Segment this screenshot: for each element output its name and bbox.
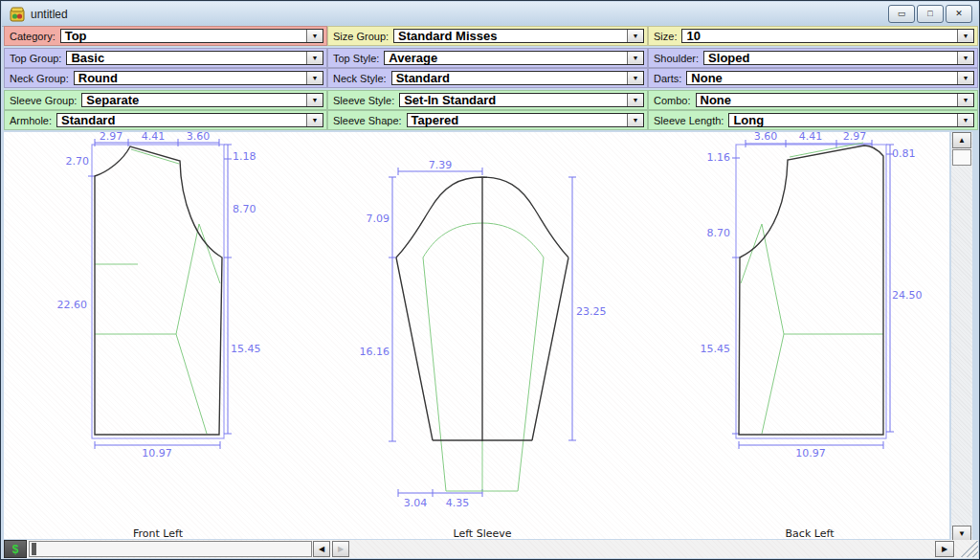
price-button[interactable]: $ bbox=[4, 540, 27, 558]
dropdown-arrow-icon[interactable]: ▼ bbox=[627, 30, 643, 42]
category-value: Top bbox=[61, 29, 306, 43]
combo-dropdown[interactable]: None ▼ bbox=[696, 93, 974, 107]
dropdown-arrow-icon[interactable]: ▼ bbox=[306, 94, 323, 106]
piece-name-front-left: Front Left bbox=[133, 527, 184, 539]
dim-label: 23.25 bbox=[576, 305, 607, 318]
dropdown-arrow-icon[interactable]: ▼ bbox=[306, 52, 323, 64]
dropdown-arrow-icon[interactable]: ▼ bbox=[957, 30, 973, 42]
dim-label: 2.97 bbox=[100, 132, 123, 143]
sleeve-group-dropdown[interactable]: Separate ▼ bbox=[81, 93, 323, 107]
neck-group-value: Round bbox=[75, 71, 306, 85]
control-row-category: Category: Top ▼ Size Group: Standard Mis… bbox=[4, 26, 978, 46]
bottom-bar: $ ◀ ▶ ▶ bbox=[4, 540, 978, 558]
control-row-sleeve: Sleeve Group: Separate ▼ Sleeve Style: S… bbox=[4, 90, 978, 110]
field-size-group: Size Group: Standard Misses ▼ bbox=[327, 26, 648, 46]
dropdown-arrow-icon[interactable]: ▼ bbox=[957, 72, 973, 84]
top-group-value: Basic bbox=[67, 51, 306, 65]
dim-label: 4.35 bbox=[446, 497, 470, 509]
scroll-right-button-pale[interactable]: ▶ bbox=[332, 541, 349, 557]
scroll-up-button[interactable]: ▲ bbox=[952, 132, 971, 148]
app-window: untitled ▭ □ ✕ Category: Top ▼ Size Grou… bbox=[0, 0, 980, 560]
dim-label: 0.81 bbox=[892, 147, 916, 160]
sleeve-construction-lines bbox=[423, 223, 544, 491]
armhole-label: Armhole: bbox=[8, 115, 56, 126]
back-outline bbox=[739, 146, 883, 435]
armhole-dropdown[interactable]: Standard ▼ bbox=[56, 113, 323, 127]
horizontal-scroll-thumb[interactable] bbox=[32, 543, 36, 555]
neck-group-dropdown[interactable]: Round ▼ bbox=[74, 71, 323, 85]
minimize-button[interactable]: ▭ bbox=[888, 5, 915, 23]
front-construction-lines bbox=[95, 149, 220, 434]
horizontal-scrollbar[interactable] bbox=[29, 541, 312, 557]
neck-group-label: Neck Group: bbox=[8, 73, 74, 84]
size-group-label: Size Group: bbox=[331, 31, 393, 42]
field-combo: Combo: None ▼ bbox=[648, 90, 978, 110]
dim-label: 1.18 bbox=[233, 150, 256, 163]
sleeve-style-dropdown[interactable]: Set-In Standard ▼ bbox=[399, 93, 644, 107]
dropdown-arrow-icon[interactable]: ▼ bbox=[957, 94, 973, 106]
dim-label: 8.70 bbox=[233, 203, 256, 215]
dim-label: 3.60 bbox=[754, 132, 778, 143]
pattern-canvas[interactable]: 2.97 4.41 3.60 2.70 22.60 1.18 8.70 15.4… bbox=[4, 132, 949, 539]
pattern-piece-back-left: 3.60 4.41 2.97 1.16 8.70 15.45 0.81 24.5… bbox=[701, 132, 923, 539]
dim-label: 7.09 bbox=[367, 213, 390, 225]
down-arrow-icon: ▼ bbox=[958, 530, 966, 538]
dropdown-arrow-icon[interactable]: ▼ bbox=[306, 30, 323, 42]
close-icon: ✕ bbox=[955, 10, 963, 18]
size-label: Size: bbox=[652, 31, 681, 42]
right-arrow-icon: ▶ bbox=[942, 546, 947, 553]
dim-label: 2.70 bbox=[66, 155, 90, 168]
dropdown-arrow-icon[interactable]: ▼ bbox=[627, 72, 643, 84]
front-outline bbox=[95, 146, 222, 435]
size-group-value: Standard Misses bbox=[394, 29, 627, 43]
scroll-right-button[interactable]: ▶ bbox=[935, 541, 954, 557]
dropdown-arrow-icon[interactable]: ▼ bbox=[306, 72, 323, 84]
neck-style-value: Standard bbox=[392, 71, 627, 85]
shoulder-dropdown[interactable]: Sloped ▼ bbox=[703, 51, 974, 65]
field-top-group: Top Group: Basic ▼ bbox=[4, 48, 327, 68]
dim-label: 7.39 bbox=[429, 159, 453, 171]
sleeve-group-value: Separate bbox=[82, 93, 306, 107]
dropdown-arrow-icon[interactable]: ▼ bbox=[627, 114, 643, 126]
left-arrow-icon: ◀ bbox=[319, 546, 324, 553]
top-style-dropdown[interactable]: Average ▼ bbox=[384, 51, 644, 65]
dropdown-arrow-icon[interactable]: ▼ bbox=[306, 114, 323, 126]
dropdown-arrow-icon[interactable]: ▼ bbox=[957, 52, 973, 64]
scroll-left-button[interactable]: ◀ bbox=[313, 541, 330, 557]
dim-label: 4.41 bbox=[142, 132, 166, 143]
resize-grip[interactable] bbox=[955, 541, 978, 557]
field-sleeve-length: Sleeve Length: Long ▼ bbox=[648, 110, 978, 130]
neck-style-dropdown[interactable]: Standard ▼ bbox=[391, 71, 644, 85]
dim-label: 3.60 bbox=[187, 132, 211, 143]
sleeve-length-dropdown[interactable]: Long ▼ bbox=[728, 113, 974, 127]
combo-label: Combo: bbox=[652, 95, 696, 106]
right-arrow-icon: ▶ bbox=[338, 546, 344, 553]
close-button[interactable]: ✕ bbox=[946, 5, 972, 23]
dim-label: 2.97 bbox=[843, 132, 867, 143]
control-row-top: Top Group: Basic ▼ Top Style: Average ▼ … bbox=[4, 48, 978, 68]
sleeve-style-label: Sleeve Style: bbox=[331, 95, 399, 106]
top-group-dropdown[interactable]: Basic ▼ bbox=[66, 51, 323, 65]
dropdown-arrow-icon[interactable]: ▼ bbox=[627, 94, 643, 106]
size-group-dropdown[interactable]: Standard Misses ▼ bbox=[393, 29, 644, 43]
dim-label: 4.41 bbox=[799, 132, 823, 143]
vertical-scrollbar[interactable]: ▲ ▼ bbox=[951, 132, 972, 542]
vertical-scroll-thumb[interactable] bbox=[952, 149, 971, 166]
dim-label: 1.16 bbox=[707, 151, 731, 164]
sleeve-shape-dropdown[interactable]: Tapered ▼ bbox=[407, 113, 644, 127]
top-style-value: Average bbox=[385, 51, 627, 65]
darts-dropdown[interactable]: None ▼ bbox=[686, 71, 974, 85]
dropdown-arrow-icon[interactable]: ▼ bbox=[627, 52, 643, 64]
armhole-value: Standard bbox=[57, 113, 306, 127]
piece-name-back-left: Back Left bbox=[786, 527, 835, 539]
field-top-style: Top Style: Average ▼ bbox=[327, 48, 648, 68]
back-construction-lines bbox=[741, 143, 883, 434]
up-arrow-icon: ▲ bbox=[958, 137, 966, 145]
category-dropdown[interactable]: Top ▼ bbox=[60, 29, 323, 43]
sleeve-style-value: Set-In Standard bbox=[400, 93, 627, 107]
dim-label: 24.50 bbox=[892, 289, 923, 302]
title-bar[interactable]: untitled ▭ □ ✕ bbox=[2, 2, 978, 27]
maximize-button[interactable]: □ bbox=[917, 5, 944, 23]
size-dropdown[interactable]: 10 ▼ bbox=[681, 29, 974, 43]
dropdown-arrow-icon[interactable]: ▼ bbox=[957, 114, 973, 126]
